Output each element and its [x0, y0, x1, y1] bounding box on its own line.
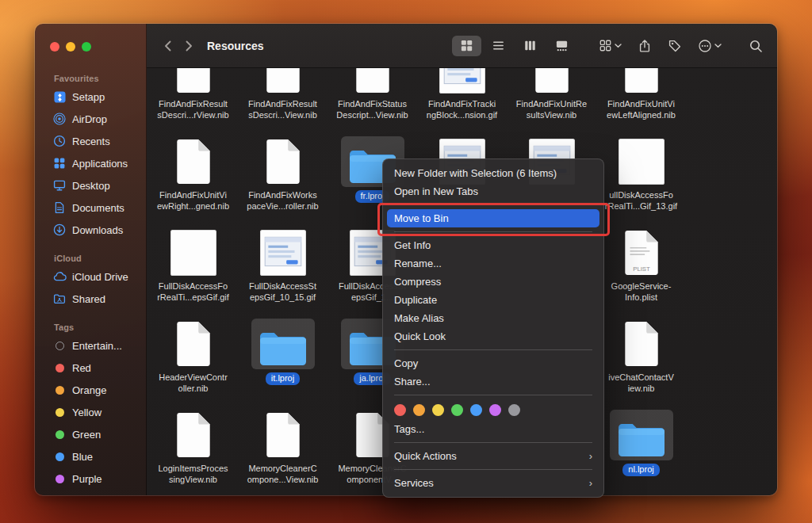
sidebar-item-blue[interactable]: Blue	[41, 445, 140, 468]
sidebar-item-documents[interactable]: Documents	[41, 197, 140, 219]
view-gallery-button[interactable]	[547, 36, 576, 56]
file-item[interactable]: FullDiskAccessFo rRealTi...epsGif.gif	[148, 226, 238, 317]
file-item[interactable]: FindAndFixResult sDescri...View.nib	[238, 68, 327, 135]
zoom-button[interactable]	[82, 42, 91, 52]
file-item[interactable]: nl.lproj	[596, 408, 686, 495]
file-item[interactable]: ullDiskAccessFo rRealTi...Gif_13.gif	[596, 135, 686, 226]
sidebar-item-applications[interactable]: Applications	[41, 152, 140, 174]
blank-image-icon	[619, 139, 665, 185]
sidebar-item-shared[interactable]: Shared	[41, 288, 140, 310]
file-item[interactable]: MemoryCleanerC ompone...View.nib	[238, 408, 327, 495]
sidebar-item-orange[interactable]: Orange	[41, 379, 140, 401]
tag-color-dot[interactable]	[432, 404, 444, 416]
file-icon[interactable]	[168, 136, 219, 187]
icloud-icon	[52, 270, 67, 283]
file-icon[interactable]	[432, 68, 492, 96]
file-icon[interactable]	[610, 410, 673, 460]
sidebar-item-setapp[interactable]: Setapp	[41, 86, 140, 108]
file-icon[interactable]	[611, 136, 672, 187]
file-icon[interactable]	[253, 227, 313, 278]
file-icon[interactable]	[258, 410, 308, 460]
file-label: FullDiskAccessSt epsGif_10_15.gif	[249, 281, 316, 303]
sidebar-item-entertain[interactable]: Entertain...	[41, 334, 140, 357]
close-button[interactable]	[50, 42, 59, 52]
file-item[interactable]: FindAndFixTracki ngBlock...nsion.gif	[417, 68, 507, 135]
file-icon[interactable]	[258, 136, 308, 187]
menu-item-move-to-bin[interactable]: Move to Bin	[387, 209, 599, 227]
view-columns-button[interactable]	[515, 36, 545, 56]
file-item[interactable]: FindAndFixWorks paceVie...roller.nib	[238, 135, 327, 226]
menu-item-share[interactable]: Share...	[387, 372, 599, 391]
tag-color-dot[interactable]	[489, 404, 501, 416]
sidebar-item-desktop[interactable]: Desktop	[41, 174, 140, 197]
file-item[interactable]: FindAndFixResult sDescri...rView.nib	[148, 68, 238, 135]
menu-item-make-alias[interactable]: Make Alias	[387, 309, 599, 327]
file-item[interactable]: HeaderViewContr oller.nib	[148, 317, 238, 408]
file-icon[interactable]	[616, 68, 667, 96]
file-item[interactable]: FullDiskAccessSt epsGif_10_15.gif	[238, 226, 327, 317]
file-item[interactable]: FindAndFixStatus Descript...View.nib	[327, 68, 417, 135]
sidebar-item-purple[interactable]: Purple	[41, 468, 140, 490]
menu-item-rename[interactable]: Rename...	[387, 254, 599, 273]
file-item[interactable]: it.lproj	[238, 317, 327, 408]
file-icon[interactable]	[168, 319, 219, 369]
sidebar-item-icloud-drive[interactable]: iCloud Drive	[41, 265, 140, 288]
sidebar-item-recents[interactable]: Recents	[41, 130, 140, 152]
tag-color-dot[interactable]	[508, 404, 520, 416]
file-item[interactable]: LoginItemsProces singView.nib	[148, 408, 238, 495]
file-item[interactable]: FindAndFixUnitVi ewLeftAligned.nib	[596, 68, 686, 135]
sidebar-item-label: Green	[72, 429, 101, 441]
menu-item-label: Compress	[394, 276, 441, 288]
file-item[interactable]: iveChatContactV iew.nib	[596, 317, 686, 408]
sidebar-item-airdrop[interactable]: AirDrop	[41, 108, 140, 130]
sidebar-item-yellow[interactable]: Yellow	[41, 401, 140, 423]
menu-item-get-info[interactable]: Get Info	[387, 236, 599, 254]
file-icon[interactable]	[168, 410, 219, 460]
tag-color-dot[interactable]	[451, 404, 463, 416]
minimize-button[interactable]	[66, 42, 75, 52]
file-item[interactable]: FindAndFixUnitRe sultsView.nib	[507, 68, 596, 135]
menu-item-quick-actions[interactable]: Quick Actions›	[387, 447, 599, 465]
menu-item-compress[interactable]: Compress	[387, 273, 599, 291]
share-button[interactable]	[638, 39, 652, 53]
menu-item-copy[interactable]: Copy	[387, 354, 599, 372]
file-icon[interactable]	[168, 68, 219, 96]
menu-item-duplicate[interactable]: Duplicate	[387, 291, 599, 309]
tag-color-dot[interactable]	[470, 404, 482, 416]
sidebar-item-green[interactable]: Green	[41, 423, 140, 445]
view-list-button[interactable]	[484, 36, 513, 56]
file-label: FindAndFixUnitRe sultsView.nib	[516, 99, 587, 120]
file-icon[interactable]	[527, 68, 577, 96]
tag-dot-icon	[56, 475, 64, 483]
back-button[interactable]	[158, 36, 178, 56]
file-icon[interactable]	[616, 319, 667, 369]
menu-item-new-folder-with-selection-6-items[interactable]: New Folder with Selection (6 Items)	[387, 164, 599, 182]
sidebar-item-red[interactable]: Red	[41, 357, 140, 379]
tag-color-dot[interactable]	[413, 404, 425, 416]
file-icon[interactable]	[163, 227, 224, 278]
file-icon[interactable]	[347, 68, 398, 96]
file-item[interactable]: PLISTGoogleService- Info.plist	[596, 226, 686, 317]
group-button[interactable]	[599, 39, 622, 52]
menu-item-label: Rename...	[394, 258, 442, 269]
menu-item-services[interactable]: Services›	[387, 474, 599, 492]
menu-item-open-in-new-tabs[interactable]: Open in New Tabs	[387, 182, 599, 200]
more-actions-button[interactable]	[698, 39, 722, 53]
menu-item-label: Copy	[394, 357, 418, 369]
menu-item-quick-look[interactable]: Quick Look	[387, 327, 599, 345]
tags-button[interactable]	[668, 39, 682, 53]
view-grid-button[interactable]	[452, 36, 481, 56]
file-item[interactable]: FindAndFixUnitVi ewRight...gned.nib	[148, 135, 238, 226]
sidebar-item-downloads[interactable]: Downloads	[41, 219, 140, 241]
tag-dot-icon	[52, 475, 67, 483]
tag-dot-icon	[56, 408, 64, 417]
menu-item-tags[interactable]: Tags...	[387, 420, 599, 438]
file-label: MemoryCleanerC ompone...View.nib	[247, 464, 319, 485]
tag-color-dot[interactable]	[394, 404, 406, 416]
search-button[interactable]	[749, 39, 763, 53]
file-icon[interactable]	[251, 319, 315, 369]
forward-button[interactable]	[178, 36, 199, 56]
file-icon[interactable]	[258, 68, 308, 96]
file-icon[interactable]: PLIST	[616, 227, 667, 278]
tag-dot-icon	[56, 386, 64, 395]
